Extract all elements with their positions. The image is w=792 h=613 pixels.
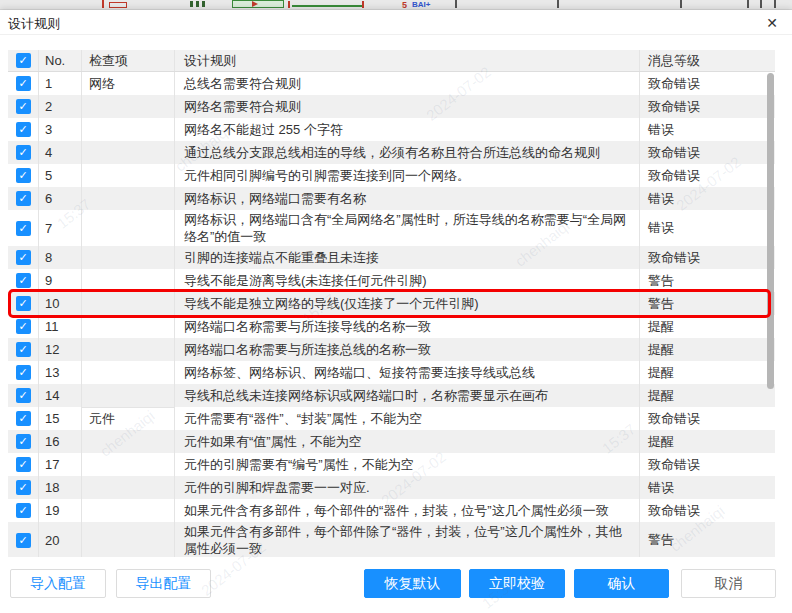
row-checkbox[interactable]: ✓: [8, 430, 39, 453]
row-checkbox[interactable]: ✓: [8, 315, 39, 338]
table-row[interactable]: ✓ 14 导线和总线未连接网络标识或网络端口时，名称需要显示在画布 提醒: [8, 384, 775, 407]
row-no: 6: [39, 187, 82, 210]
row-level: 提醒: [640, 384, 775, 407]
checkbox-checked-icon[interactable]: ✓: [16, 457, 31, 472]
row-checkbox[interactable]: ✓: [8, 210, 39, 246]
row-checkbox[interactable]: ✓: [8, 407, 39, 430]
checkbox-checked-icon[interactable]: ✓: [16, 342, 31, 357]
import-config-button[interactable]: 导入配置: [10, 569, 106, 598]
table-row[interactable]: ✓ 19 如果元件含有多部件，每个部件的“器件，封装，位号”这几个属性必须一致 …: [8, 499, 775, 522]
row-checkbox[interactable]: ✓: [8, 118, 39, 141]
checkbox-checked-icon[interactable]: ✓: [16, 191, 31, 206]
row-checkbox[interactable]: ✓: [8, 522, 39, 557]
row-checkbox[interactable]: ✓: [8, 453, 39, 476]
checkbox-checked-icon[interactable]: ✓: [16, 480, 31, 495]
row-level: 提醒: [640, 430, 775, 453]
checkbox-checked-icon[interactable]: ✓: [16, 365, 31, 380]
confirm-button[interactable]: 确认: [574, 569, 669, 598]
table-row[interactable]: ✓ 17 元件的引脚需要有“编号”属性，不能为空 致命错误: [8, 453, 775, 476]
close-icon[interactable]: ✕: [762, 13, 782, 33]
dialog-titlebar: 设计规则 ✕: [0, 10, 792, 35]
scrollbar-thumb[interactable]: [767, 73, 774, 389]
table-row[interactable]: ✓ 15 元件 元件需要有“器件”、“封装”属性，不能为空 致命错误: [8, 407, 775, 430]
cancel-button[interactable]: 取消: [681, 569, 776, 598]
table-row[interactable]: ✓ 20 如果元件含有多部件，每个部件除了“器件，封装，位号”这几个属性外，其他…: [8, 522, 775, 557]
checkbox-checked-icon[interactable]: ✓: [16, 319, 31, 334]
row-rule: 总线名需要符合规则: [175, 72, 640, 95]
schematic-fragment-icon: [680, 0, 682, 8]
screen: 5 BAI+ 设计规则 ✕ ✓ No. 检查项 设计规则 消息等级 ✓: [0, 0, 792, 613]
checkbox-checked-icon[interactable]: ✓: [16, 273, 31, 288]
row-checkbox[interactable]: ✓: [8, 95, 39, 118]
table-row[interactable]: ✓ 7 网络标识，网络端口含有“全局网络名”属性时，所连导线的名称需要与“全局网…: [8, 210, 775, 246]
checkbox-checked-icon[interactable]: ✓: [16, 250, 31, 265]
table-row[interactable]: ✓ 5 元件相同引脚编号的引脚需要连接到同一个网络。 致命错误: [8, 164, 775, 187]
row-category: 网络: [82, 72, 175, 95]
table-row[interactable]: ✓ 13 网络标签、网络标识、网络端口、短接符需要连接导线或总线 提醒: [8, 361, 775, 384]
verify-now-button[interactable]: 立即校验: [469, 569, 565, 598]
schematic-fragment-icon: [232, 0, 284, 8]
schematic-wire-icon: [292, 5, 364, 7]
row-checkbox[interactable]: ✓: [8, 187, 39, 210]
row-checkbox[interactable]: ✓: [8, 141, 39, 164]
row-rule: 网络端口名称需要与所连接导线的名称一致: [175, 315, 640, 338]
row-checkbox[interactable]: ✓: [8, 292, 39, 315]
checkbox-checked-icon[interactable]: ✓: [16, 503, 31, 518]
checkbox-checked-icon[interactable]: ✓: [16, 99, 31, 114]
checkbox-checked-icon[interactable]: ✓: [16, 296, 31, 311]
schematic-fragment-icon: [109, 2, 127, 8]
restore-defaults-button[interactable]: 恢复默认: [364, 569, 461, 598]
checkbox-checked-icon[interactable]: ✓: [16, 411, 31, 426]
row-category: [82, 476, 175, 499]
col-header-no: No.: [39, 50, 82, 71]
row-checkbox[interactable]: ✓: [8, 164, 39, 187]
row-checkbox[interactable]: ✓: [8, 338, 39, 361]
table-row[interactable]: ✓ 3 网络名不能超过 255 个字符 错误: [8, 118, 775, 141]
table-row[interactable]: ✓ 6 网络标识，网络端口需要有名称 错误: [8, 187, 775, 210]
row-level: 错误: [640, 187, 775, 210]
row-checkbox[interactable]: ✓: [8, 72, 39, 95]
checkbox-checked-icon[interactable]: ✓: [16, 221, 31, 236]
table-row[interactable]: ✓ 8 引脚的连接端点不能重叠且未连接 致命错误: [8, 246, 775, 269]
row-checkbox[interactable]: ✓: [8, 269, 39, 292]
row-no: 12: [39, 338, 82, 361]
table-row[interactable]: ✓ 10 导线不能是独立网络的导线(仅连接了一个元件引脚) 警告: [8, 292, 775, 315]
row-category: [82, 141, 175, 164]
checkbox-checked-icon[interactable]: ✓: [16, 168, 31, 183]
checkbox-checked-icon[interactable]: ✓: [16, 434, 31, 449]
row-checkbox[interactable]: ✓: [8, 384, 39, 407]
schematic-fragment-icon: [190, 1, 206, 7]
table-row[interactable]: ✓ 2 网络名需要符合规则 致命错误: [8, 95, 775, 118]
row-category: [82, 315, 175, 338]
row-checkbox[interactable]: ✓: [8, 499, 39, 522]
checkbox-checked-icon[interactable]: ✓: [16, 122, 31, 137]
row-checkbox[interactable]: ✓: [8, 476, 39, 499]
table-row[interactable]: ✓ 11 网络端口名称需要与所连接导线的名称一致 提醒: [8, 315, 775, 338]
table-row[interactable]: ✓ 4 通过总线分支跟总线相连的导线，必须有名称且符合所连总线的命名规则 致命错…: [8, 141, 775, 164]
table-row[interactable]: ✓ 1 网络 总线名需要符合规则 致命错误: [8, 72, 775, 95]
row-level: 致命错误: [640, 164, 775, 187]
checkbox-checked-icon[interactable]: ✓: [16, 53, 31, 68]
row-level: 错误: [640, 118, 775, 141]
checkbox-checked-icon[interactable]: ✓: [16, 533, 31, 548]
schematic-fragment-icon: [557, 0, 559, 8]
select-all-checkbox[interactable]: ✓: [8, 50, 39, 71]
table-row[interactable]: ✓ 16 元件如果有“值”属性，不能为空 提醒: [8, 430, 775, 453]
table-row[interactable]: ✓ 18 元件的引脚和焊盘需要一一对应. 错误: [8, 476, 775, 499]
export-config-button[interactable]: 导出配置: [116, 569, 211, 598]
row-rule: 网络标识，网络端口需要有名称: [175, 187, 640, 210]
row-checkbox[interactable]: ✓: [8, 246, 39, 269]
dialog-title: 设计规则: [8, 15, 60, 33]
row-category: [82, 499, 175, 522]
row-checkbox[interactable]: ✓: [8, 361, 39, 384]
row-level: 致命错误: [640, 72, 775, 95]
checkbox-checked-icon[interactable]: ✓: [16, 388, 31, 403]
row-no: 11: [39, 315, 82, 338]
table-row[interactable]: ✓ 9 导线不能是游离导线(未连接任何元件引脚) 警告: [8, 269, 775, 292]
checkbox-checked-icon[interactable]: ✓: [16, 145, 31, 160]
table-row[interactable]: ✓ 12 网络端口名称需要与所连接总线的名称一致 提醒: [8, 338, 775, 361]
row-no: 14: [39, 384, 82, 407]
checkbox-checked-icon[interactable]: ✓: [16, 76, 31, 91]
row-rule: 导线不能是游离导线(未连接任何元件引脚): [175, 269, 640, 292]
col-header-check-item: 检查项: [82, 50, 175, 71]
